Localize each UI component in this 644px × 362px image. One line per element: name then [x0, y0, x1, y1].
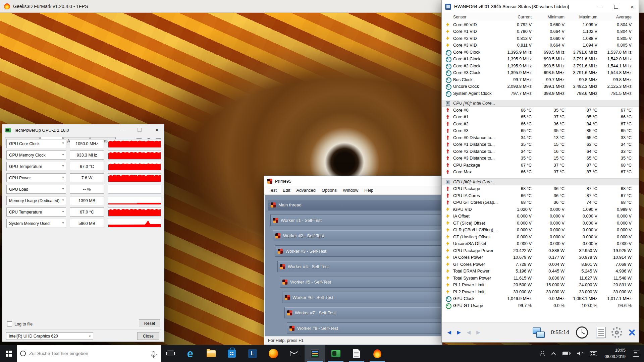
sensor-row[interactable]: CPU GT Cores (Grap... 68 °C 36 °C 74 °C … — [442, 199, 639, 206]
reset-button[interactable]: Reset — [139, 319, 160, 327]
sensor-row[interactable]: CPU Package Power 20.422 W 0.888 W 32.95… — [442, 247, 639, 254]
sensor-select-dropdown[interactable]: GPU Power — [6, 173, 66, 182]
people-icon[interactable] — [540, 351, 545, 356]
sensor-table-header[interactable]: Sensor Current Minimum Maximum Average — [442, 13, 639, 21]
menu-item[interactable]: Window — [340, 188, 361, 193]
sensor-row[interactable]: CPU [#0]: Intel Core... — [442, 178, 639, 185]
taskbar-app-button[interactable] — [242, 345, 263, 362]
sensor-row[interactable]: CPU Package 68 °C 36 °C 87 °C 68 °C — [442, 185, 639, 192]
prime95-titlebar[interactable]: Prime95 — [264, 176, 442, 186]
touch-keyboard-icon[interactable] — [590, 351, 597, 356]
battery-icon[interactable] — [562, 352, 570, 355]
device-select-dropdown[interactable]: Intel(R) UHD Graphics 620 — [6, 332, 93, 340]
sensor-row[interactable]: CPU IA Cores 66 °C 36 °C 87 °C 67 °C — [442, 192, 639, 199]
sensor-select-dropdown[interactable]: CPU Temperature — [6, 207, 66, 217]
minimize-button[interactable] — [117, 126, 127, 133]
microphone-icon[interactable] — [152, 351, 155, 356]
close-dialog-button[interactable]: Close — [137, 332, 159, 340]
taskbar-app-button[interactable] — [325, 345, 346, 362]
worker-window-titlebar[interactable]: Worker #6 - Self-Test — [282, 292, 441, 303]
close-button[interactable] — [627, 3, 637, 10]
sensor-row[interactable]: Core #3 Clock 1,395.9 MHz 698.5 MHz 3,79… — [442, 69, 639, 76]
sensor-row[interactable]: Core #3 VID 0.811 V 0.664 V 1.094 V 0.80… — [442, 42, 639, 49]
taskbar-search[interactable] — [17, 345, 161, 362]
sensor-row[interactable]: GT Cores Power 7.728 W 0.004 W 8.801 W 7… — [442, 261, 639, 268]
worker-window-titlebar[interactable]: Worker #5 - Self-Test — [280, 276, 441, 288]
sensor-select-dropdown[interactable]: GPU Load — [6, 185, 66, 194]
nav-back-icon[interactable] — [445, 329, 453, 336]
taskbar-app-button[interactable] — [201, 345, 221, 362]
sensor-select-dropdown[interactable]: GPU Memory Clock — [6, 150, 66, 160]
worker-window-titlebar[interactable]: Worker #1 - Self-Test — [270, 215, 441, 226]
sensor-row[interactable]: Core #0 VID 0.792 V 0.660 V 1.099 V 0.80… — [442, 21, 639, 28]
minimize-button[interactable] — [595, 3, 605, 10]
gpuz-titlebar[interactable]: TechPowerUp GPU-Z 2.16.0 — [2, 124, 164, 136]
log-to-file-checkbox[interactable] — [7, 321, 12, 326]
sensor-row[interactable]: Core #1 Clock 1,395.9 MHz 698.5 MHz 3,79… — [442, 56, 639, 63]
close-sensors-icon[interactable] — [628, 326, 635, 339]
sensor-row[interactable]: GPU Clock 1,046.9 MHz 0.0 MHz 1,098.1 MH… — [442, 295, 639, 302]
close-button[interactable] — [152, 126, 162, 133]
maximize-button[interactable] — [611, 3, 621, 10]
sensor-row[interactable]: CPU Package 67 °C 37 °C 87 °C 68 °C — [442, 162, 639, 169]
nav-forward-icon[interactable] — [455, 329, 463, 336]
task-view-button[interactable] — [161, 345, 180, 362]
action-center-icon[interactable] — [633, 351, 639, 357]
start-button[interactable] — [0, 345, 17, 362]
menu-item[interactable]: Test — [266, 188, 280, 193]
sensor-row[interactable]: Core #2 66 °C 36 °C 84 °C 67 °C — [442, 120, 639, 127]
taskbar-app-button[interactable] — [346, 345, 367, 362]
report-icon[interactable] — [597, 327, 606, 338]
sensor-row[interactable]: IA Cores Power 10.679 W 0.177 W 30.978 W… — [442, 254, 639, 261]
taskbar-app-button[interactable] — [305, 345, 325, 362]
sensor-row[interactable]: Core #1 Distance to... 35 °C 15 °C 63 °C… — [442, 141, 639, 148]
sensor-row[interactable]: Total System Power 11.615 W 8.836 W 11.6… — [442, 275, 639, 282]
sensor-select-dropdown[interactable]: System Memory Used — [6, 219, 66, 228]
sensor-row[interactable]: Core #1 65 °C 37 °C 85 °C 66 °C — [442, 114, 639, 121]
nav-forward-disabled-icon[interactable] — [474, 329, 482, 336]
sensor-row[interactable]: Uncore Clock 2,093.8 MHz 399.1 MHz 3,492… — [442, 83, 639, 90]
search-input[interactable] — [29, 351, 149, 356]
settings-gear-icon[interactable] — [611, 327, 622, 338]
taskbar-app-button[interactable] — [180, 345, 201, 362]
sensor-row[interactable]: System Agent Clock 797.7 MHz 398.9 MHz 7… — [442, 90, 639, 97]
sensor-select-dropdown[interactable]: GPU Core Clock — [6, 139, 66, 148]
sensor-row[interactable]: Bus Clock 99.7 MHz 99.7 MHz 99.8 MHz 99.… — [442, 76, 639, 83]
sensor-row[interactable]: Core #0 66 °C 35 °C 87 °C 67 °C — [442, 107, 639, 114]
worker-window-titlebar[interactable]: Worker #2 - Self-Test — [273, 230, 441, 241]
chevron-up-icon[interactable] — [552, 352, 556, 357]
log-to-file-option[interactable]: Log to file — [7, 321, 33, 326]
sensor-row[interactable]: Core #3 Distance to... 35 °C 15 °C 65 °C… — [442, 155, 639, 162]
sensor-row[interactable]: Core #1 VID 0.790 V 0.664 V 1.102 V 0.80… — [442, 28, 639, 35]
taskbar-app-button[interactable] — [284, 345, 305, 362]
sensor-select-dropdown[interactable]: Memory Usage (Dedicated) — [6, 196, 66, 205]
menu-item[interactable]: Advanced — [293, 188, 319, 193]
sensor-row[interactable]: Core Max 66 °C 37 °C 87 °C 67 °C — [442, 169, 639, 176]
menu-item[interactable]: Edit — [280, 188, 293, 193]
sensor-row[interactable]: Core #2 Distance to... 34 °C 16 °C 64 °C… — [442, 148, 639, 155]
tray-clock[interactable]: 18:05 08.03.2019 — [604, 347, 626, 359]
sensor-row[interactable]: CLR (CBo/LLC/Ring) ... 0.000 V 0.000 V 0… — [442, 227, 639, 234]
menu-item[interactable]: Options — [319, 188, 340, 193]
remote-monitoring-icon[interactable] — [533, 327, 545, 338]
sensor-row[interactable]: Core #2 Clock 1,395.9 MHz 698.5 MHz 3,79… — [442, 62, 639, 69]
sensor-row[interactable]: Core #0 Clock 1,395.9 MHz 698.5 MHz 3,79… — [442, 49, 639, 56]
sensor-row[interactable]: iGPU VID 1.020 V 0.000 V 1.090 V 0.999 V — [442, 206, 639, 213]
sensor-row[interactable]: Total DRAM Power 5.196 W 0.445 W 5.245 W… — [442, 268, 639, 275]
sensor-row[interactable]: CPU [#0]: Intel Core... — [442, 100, 639, 107]
sensor-row[interactable]: Core #2 VID 0.813 V 0.660 V 1.088 V 0.80… — [442, 35, 639, 42]
nav-back-disabled-icon[interactable] — [465, 329, 473, 336]
hwinfo-titlebar[interactable]: HWiNFO64 v6.01-3645 Sensor Status [30 va… — [442, 0, 639, 13]
sensor-row[interactable]: GT (Slice) Offset 0.000 V 0.000 V 0.000 … — [442, 220, 639, 227]
maximize-button[interactable] — [135, 126, 145, 133]
sensor-row[interactable]: Core #3 65 °C 35 °C 85 °C 65 °C — [442, 127, 639, 134]
taskbar-app-button[interactable] — [221, 345, 242, 362]
worker-window-titlebar[interactable]: Main thread — [268, 199, 441, 210]
taskbar-app-button[interactable] — [263, 345, 284, 362]
volume-muted-icon[interactable] — [577, 351, 583, 356]
sensor-row[interactable]: IA Offset 0.000 V 0.000 V 0.000 V 0.000 … — [442, 213, 639, 220]
sensor-row[interactable]: PL2 Power Limit 33.000 W 33.000 W 33.000… — [442, 288, 639, 295]
worker-window-titlebar[interactable]: Worker #4 - Self-Test — [277, 261, 441, 272]
worker-window-titlebar[interactable]: Worker #7 - Self-Test — [284, 307, 441, 318]
menu-item[interactable]: Help — [361, 188, 376, 193]
